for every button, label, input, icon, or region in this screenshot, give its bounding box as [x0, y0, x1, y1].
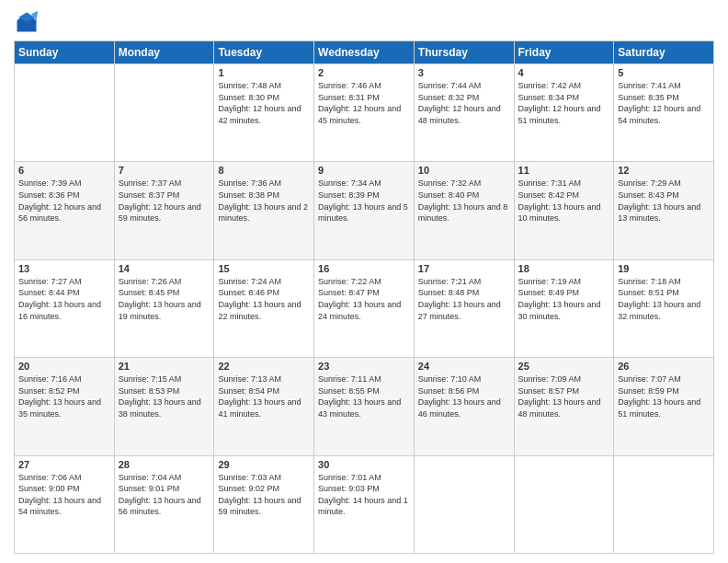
day-number: 13 — [18, 263, 110, 274]
day-info: Sunrise: 7:16 AM Sunset: 8:52 PM Dayligh… — [18, 373, 110, 419]
calendar-cell: 4Sunrise: 7:42 AM Sunset: 8:34 PM Daylig… — [514, 64, 614, 162]
calendar-week-1: 1Sunrise: 7:48 AM Sunset: 8:30 PM Daylig… — [15, 64, 714, 162]
day-info: Sunrise: 7:31 AM Sunset: 8:42 PM Dayligh… — [518, 178, 610, 224]
calendar-cell: 3Sunrise: 7:44 AM Sunset: 8:32 PM Daylig… — [414, 64, 514, 162]
day-info: Sunrise: 7:44 AM Sunset: 8:32 PM Dayligh… — [418, 80, 510, 126]
day-info: Sunrise: 7:46 AM Sunset: 8:31 PM Dayligh… — [318, 80, 410, 126]
day-info: Sunrise: 7:39 AM Sunset: 8:36 PM Dayligh… — [18, 178, 110, 224]
calendar-cell: 20Sunrise: 7:16 AM Sunset: 8:52 PM Dayli… — [15, 358, 115, 455]
calendar-cell: 9Sunrise: 7:34 AM Sunset: 8:39 PM Daylig… — [314, 162, 415, 259]
day-info: Sunrise: 7:42 AM Sunset: 8:34 PM Dayligh… — [518, 80, 610, 126]
day-info: Sunrise: 7:48 AM Sunset: 8:30 PM Dayligh… — [218, 80, 310, 126]
calendar-cell: 18Sunrise: 7:19 AM Sunset: 8:49 PM Dayli… — [514, 259, 614, 357]
calendar-cell: 6Sunrise: 7:39 AM Sunset: 8:36 PM Daylig… — [15, 162, 115, 259]
calendar-cell: 25Sunrise: 7:09 AM Sunset: 8:57 PM Dayli… — [514, 358, 614, 455]
calendar-cell: 27Sunrise: 7:06 AM Sunset: 9:00 PM Dayli… — [15, 455, 115, 553]
page: SundayMondayTuesdayWednesdayThursdayFrid… — [0, 0, 728, 563]
calendar-header-monday: Monday — [114, 41, 214, 64]
calendar-cell: 28Sunrise: 7:04 AM Sunset: 9:01 PM Dayli… — [114, 455, 214, 553]
day-info: Sunrise: 7:22 AM Sunset: 8:47 PM Dayligh… — [318, 276, 410, 322]
header — [14, 9, 714, 35]
calendar-header-sunday: Sunday — [15, 41, 115, 64]
day-number: 15 — [218, 263, 310, 274]
calendar-cell: 21Sunrise: 7:15 AM Sunset: 8:53 PM Dayli… — [114, 358, 214, 455]
calendar-cell: 23Sunrise: 7:11 AM Sunset: 8:55 PM Dayli… — [314, 358, 415, 455]
calendar-cell: 29Sunrise: 7:03 AM Sunset: 9:02 PM Dayli… — [214, 455, 314, 553]
calendar-cell: 19Sunrise: 7:18 AM Sunset: 8:51 PM Dayli… — [614, 259, 714, 357]
day-info: Sunrise: 7:06 AM Sunset: 9:00 PM Dayligh… — [18, 472, 110, 518]
calendar-week-4: 20Sunrise: 7:16 AM Sunset: 8:52 PM Dayli… — [15, 358, 714, 455]
day-info: Sunrise: 7:18 AM Sunset: 8:51 PM Dayligh… — [618, 276, 710, 322]
calendar-table: SundayMondayTuesdayWednesdayThursdayFrid… — [14, 40, 714, 554]
logo — [14, 9, 43, 35]
calendar-cell — [15, 64, 115, 162]
calendar-cell: 17Sunrise: 7:21 AM Sunset: 8:48 PM Dayli… — [414, 259, 514, 357]
calendar-cell: 12Sunrise: 7:29 AM Sunset: 8:43 PM Dayli… — [614, 162, 714, 259]
day-info: Sunrise: 7:15 AM Sunset: 8:53 PM Dayligh… — [119, 373, 210, 419]
calendar-cell: 15Sunrise: 7:24 AM Sunset: 8:46 PM Dayli… — [214, 259, 314, 357]
day-info: Sunrise: 7:01 AM Sunset: 9:03 PM Dayligh… — [318, 472, 410, 518]
day-number: 8 — [218, 165, 310, 176]
calendar-cell — [114, 64, 214, 162]
day-number: 4 — [518, 67, 610, 78]
calendar-cell: 8Sunrise: 7:36 AM Sunset: 8:38 PM Daylig… — [214, 162, 314, 259]
calendar-cell: 30Sunrise: 7:01 AM Sunset: 9:03 PM Dayli… — [314, 455, 415, 553]
day-info: Sunrise: 7:13 AM Sunset: 8:54 PM Dayligh… — [218, 373, 310, 419]
day-info: Sunrise: 7:09 AM Sunset: 8:57 PM Dayligh… — [518, 373, 610, 419]
day-number: 17 — [418, 263, 510, 274]
day-number: 7 — [119, 165, 210, 176]
day-number: 23 — [318, 361, 410, 372]
day-info: Sunrise: 7:04 AM Sunset: 9:01 PM Dayligh… — [119, 472, 210, 518]
calendar-cell — [514, 455, 614, 553]
calendar-cell: 11Sunrise: 7:31 AM Sunset: 8:42 PM Dayli… — [514, 162, 614, 259]
day-number: 18 — [518, 263, 610, 274]
calendar-cell: 14Sunrise: 7:26 AM Sunset: 8:45 PM Dayli… — [114, 259, 214, 357]
day-number: 16 — [318, 263, 410, 274]
calendar-week-3: 13Sunrise: 7:27 AM Sunset: 8:44 PM Dayli… — [15, 259, 714, 357]
day-number: 12 — [618, 165, 710, 176]
day-info: Sunrise: 7:27 AM Sunset: 8:44 PM Dayligh… — [18, 276, 110, 322]
day-info: Sunrise: 7:19 AM Sunset: 8:49 PM Dayligh… — [518, 276, 610, 322]
day-number: 6 — [18, 165, 110, 176]
day-number: 29 — [218, 459, 310, 470]
day-number: 30 — [318, 459, 410, 470]
calendar-cell: 22Sunrise: 7:13 AM Sunset: 8:54 PM Dayli… — [214, 358, 314, 455]
day-info: Sunrise: 7:24 AM Sunset: 8:46 PM Dayligh… — [218, 276, 310, 322]
calendar-header-tuesday: Tuesday — [214, 41, 314, 64]
calendar-cell: 24Sunrise: 7:10 AM Sunset: 8:56 PM Dayli… — [414, 358, 514, 455]
calendar-header-friday: Friday — [514, 41, 614, 64]
day-number: 1 — [218, 67, 310, 78]
logo-icon — [14, 9, 40, 35]
calendar-header-wednesday: Wednesday — [314, 41, 415, 64]
day-info: Sunrise: 7:34 AM Sunset: 8:39 PM Dayligh… — [318, 178, 410, 224]
day-number: 5 — [618, 67, 710, 78]
day-number: 21 — [119, 361, 210, 372]
calendar-header-saturday: Saturday — [614, 41, 714, 64]
day-number: 11 — [518, 165, 610, 176]
day-number: 3 — [418, 67, 510, 78]
calendar-cell: 7Sunrise: 7:37 AM Sunset: 8:37 PM Daylig… — [114, 162, 214, 259]
day-info: Sunrise: 7:03 AM Sunset: 9:02 PM Dayligh… — [218, 472, 310, 518]
day-info: Sunrise: 7:29 AM Sunset: 8:43 PM Dayligh… — [618, 178, 710, 224]
calendar-header-thursday: Thursday — [414, 41, 514, 64]
day-number: 14 — [119, 263, 210, 274]
day-info: Sunrise: 7:26 AM Sunset: 8:45 PM Dayligh… — [119, 276, 210, 322]
day-info: Sunrise: 7:32 AM Sunset: 8:40 PM Dayligh… — [418, 178, 510, 224]
calendar-header-row: SundayMondayTuesdayWednesdayThursdayFrid… — [15, 41, 714, 64]
calendar-cell: 5Sunrise: 7:41 AM Sunset: 8:35 PM Daylig… — [614, 64, 714, 162]
day-info: Sunrise: 7:21 AM Sunset: 8:48 PM Dayligh… — [418, 276, 510, 322]
day-number: 2 — [318, 67, 410, 78]
calendar-week-5: 27Sunrise: 7:06 AM Sunset: 9:00 PM Dayli… — [15, 455, 714, 553]
day-info: Sunrise: 7:36 AM Sunset: 8:38 PM Dayligh… — [218, 178, 310, 224]
day-number: 26 — [618, 361, 710, 372]
day-number: 24 — [418, 361, 510, 372]
day-number: 25 — [518, 361, 610, 372]
calendar-cell: 13Sunrise: 7:27 AM Sunset: 8:44 PM Dayli… — [15, 259, 115, 357]
day-number: 22 — [218, 361, 310, 372]
day-number: 9 — [318, 165, 410, 176]
day-info: Sunrise: 7:37 AM Sunset: 8:37 PM Dayligh… — [119, 178, 210, 224]
calendar-cell: 2Sunrise: 7:46 AM Sunset: 8:31 PM Daylig… — [314, 64, 415, 162]
calendar-cell — [614, 455, 714, 553]
calendar-week-2: 6Sunrise: 7:39 AM Sunset: 8:36 PM Daylig… — [15, 162, 714, 259]
calendar-cell: 1Sunrise: 7:48 AM Sunset: 8:30 PM Daylig… — [214, 64, 314, 162]
